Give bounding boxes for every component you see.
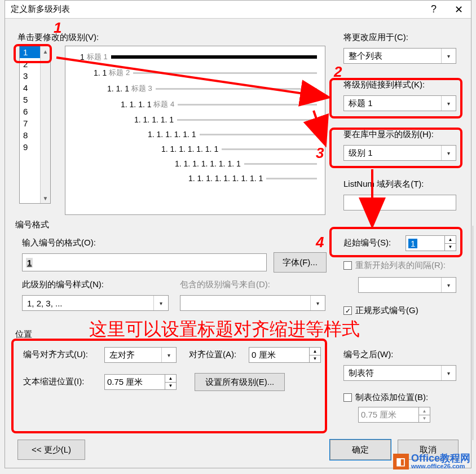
- chevron-down-icon[interactable]: ▾: [441, 366, 456, 380]
- show-level-label: 要在库中显示的级别(H):: [343, 129, 434, 140]
- show-level-combo[interactable]: 级别 1 ▾: [343, 145, 456, 161]
- spin-down-icon[interactable]: ▼: [310, 356, 320, 363]
- preview-number: 1. 1. 1. 1. 1. 1. 1: [161, 144, 218, 153]
- preview-line: [244, 163, 317, 165]
- preview-row: 1. 1. 1. 1. 1. 1. 1. 1. 1: [73, 174, 317, 183]
- indent-at-label: 文本缩进位置(I):: [23, 376, 84, 387]
- logo-icon: ◧: [393, 454, 409, 469]
- less-button[interactable]: << 更少(L): [17, 440, 85, 460]
- preview-label: 标题 1: [87, 52, 108, 62]
- preview-line: [111, 55, 317, 59]
- logo-text: Office教程网: [411, 453, 470, 463]
- follow-number-label: 编号之后(W):: [343, 349, 393, 360]
- tab-stop-spinner[interactable]: 0.75 厘米 ▲ ▼: [358, 407, 430, 423]
- guide-line: [473, 226, 473, 440]
- watermark-logo: ◧ Office教程网 www.office26.com: [393, 453, 470, 469]
- listnum-input[interactable]: [343, 195, 456, 210]
- preview-line: [133, 72, 317, 74]
- legal-checkbox[interactable]: ✓ 正规形式编号(G): [343, 305, 418, 316]
- chevron-down-icon[interactable]: ▾: [441, 278, 456, 292]
- preview-label: 标题 3: [131, 84, 152, 94]
- start-label: 起始编号(S):: [343, 238, 391, 248]
- apply-to-combo[interactable]: 整个列表 ▾: [343, 48, 456, 64]
- tab-stop-value: 0.75 厘米: [361, 410, 396, 420]
- preview-line: [200, 134, 317, 135]
- apply-to-value: 整个列表: [349, 51, 382, 62]
- preview-row: 1. 1. 1标题 3: [73, 84, 317, 94]
- num-style-combo[interactable]: 1, 2, 3, ... ▾: [22, 295, 169, 311]
- preview-number: 1: [80, 52, 85, 62]
- apply-to-label: 将更改应用于(C):: [343, 32, 408, 43]
- preview-number: 1. 1: [94, 68, 107, 77]
- preview-row: 1. 1. 1. 1. 1. 1: [73, 130, 317, 139]
- include-from-combo[interactable]: ▾: [180, 295, 325, 311]
- start-value: 1: [408, 239, 417, 248]
- chevron-down-icon[interactable]: ▾: [441, 146, 456, 160]
- number-format-group-label: 编号格式: [15, 220, 49, 230]
- preview-line: [156, 88, 317, 90]
- ok-button[interactable]: 确定: [330, 440, 391, 460]
- preview-row: 1. 1. 1. 1. 1. 1. 1. 1: [73, 159, 317, 168]
- preview-row: 1. 1. 1. 1. 1: [73, 115, 317, 124]
- chevron-down-icon[interactable]: ▾: [441, 96, 456, 111]
- align-at-spinner[interactable]: 0 厘米 ▲ ▼: [249, 347, 321, 363]
- format-input[interactable]: 1: [22, 253, 267, 271]
- spin-up-icon[interactable]: ▲: [310, 348, 320, 356]
- click-level-label: 单击要修改的级别(V):: [17, 32, 99, 43]
- restart-checkbox[interactable]: 重新开始列表的间隔(R):: [343, 260, 446, 271]
- scrollbar[interactable]: ▲ ▼: [40, 46, 50, 203]
- scroll-down-icon[interactable]: ▼: [41, 193, 50, 203]
- close-button[interactable]: ✕: [446, 1, 471, 19]
- num-style-label: 此级别的编号样式(N):: [22, 279, 104, 290]
- preview-row: 1. 1. 1. 1. 1. 1. 1: [73, 144, 317, 153]
- listnum-label: ListNum 域列表名(T):: [343, 179, 424, 190]
- format-value: 1: [26, 258, 33, 267]
- preview-line: [222, 148, 317, 150]
- preview-row: 1. 1. 1. 1标题 4: [73, 99, 317, 109]
- checkbox-icon: ✓: [343, 306, 352, 315]
- align-style-value: 左对齐: [109, 350, 135, 361]
- spin-down-icon[interactable]: ▼: [165, 383, 176, 390]
- chevron-down-icon[interactable]: ▾: [310, 296, 325, 310]
- restart-combo[interactable]: ▾: [358, 277, 456, 293]
- preview-number: 1. 1. 1: [107, 84, 129, 93]
- preview-number: 1. 1. 1. 1. 1. 1: [148, 130, 196, 139]
- scroll-up-icon[interactable]: ▲: [41, 46, 50, 56]
- spin-up-icon[interactable]: ▲: [445, 236, 456, 244]
- preview-line: [178, 104, 317, 106]
- align-style-combo[interactable]: 左对齐 ▾: [104, 347, 177, 363]
- position-group-label: 位置: [15, 329, 32, 340]
- start-spinner[interactable]: 1 ▲ ▼: [406, 235, 456, 251]
- preview-row: 1. 1标题 2: [73, 68, 317, 78]
- link-style-value: 标题 1: [349, 98, 373, 109]
- preview-label: 标题 4: [153, 99, 174, 109]
- chevron-down-icon[interactable]: ▾: [153, 296, 168, 310]
- chevron-down-icon[interactable]: ▾: [161, 348, 176, 362]
- tab-stop-checkbox[interactable]: 制表位添加位置(B):: [343, 392, 428, 403]
- preview-number: 1. 1. 1. 1. 1. 1. 1. 1: [175, 159, 241, 168]
- spin-down-icon[interactable]: ▼: [419, 415, 430, 423]
- help-button[interactable]: ?: [421, 1, 446, 19]
- spin-down-icon[interactable]: ▼: [445, 244, 456, 251]
- preview-row: 1标题 1: [73, 52, 317, 62]
- preview-line: [266, 178, 317, 179]
- spin-up-icon[interactable]: ▲: [165, 375, 176, 383]
- follow-number-combo[interactable]: 制表符 ▾: [343, 365, 456, 381]
- preview-number: 1. 1. 1. 1. 1: [134, 115, 174, 124]
- set-all-levels-button[interactable]: 设置所有级别(E)...: [195, 373, 285, 391]
- align-at-value: 0 厘米: [252, 350, 276, 361]
- link-style-combo[interactable]: 标题 1 ▾: [343, 95, 456, 111]
- enter-format-label: 输入编号的格式(O):: [22, 238, 96, 248]
- window-title: 定义新多级列表: [11, 4, 421, 15]
- preview-number: 1. 1. 1. 1: [121, 100, 151, 109]
- chevron-down-icon[interactable]: ▾: [441, 49, 456, 63]
- indent-at-value: 0.75 厘米: [107, 377, 143, 388]
- indent-at-spinner[interactable]: 0.75 厘米 ▲ ▼: [104, 374, 177, 390]
- align-at-label: 对齐位置(A):: [189, 349, 236, 360]
- checkbox-icon: [343, 261, 352, 270]
- spin-up-icon[interactable]: ▲: [419, 407, 430, 415]
- level-listbox[interactable]: 123456789 ▲ ▼: [19, 46, 51, 204]
- follow-value: 制表符: [349, 368, 374, 379]
- logo-url: www.office26.com: [411, 463, 470, 469]
- font-button[interactable]: 字体(F)...: [274, 252, 327, 273]
